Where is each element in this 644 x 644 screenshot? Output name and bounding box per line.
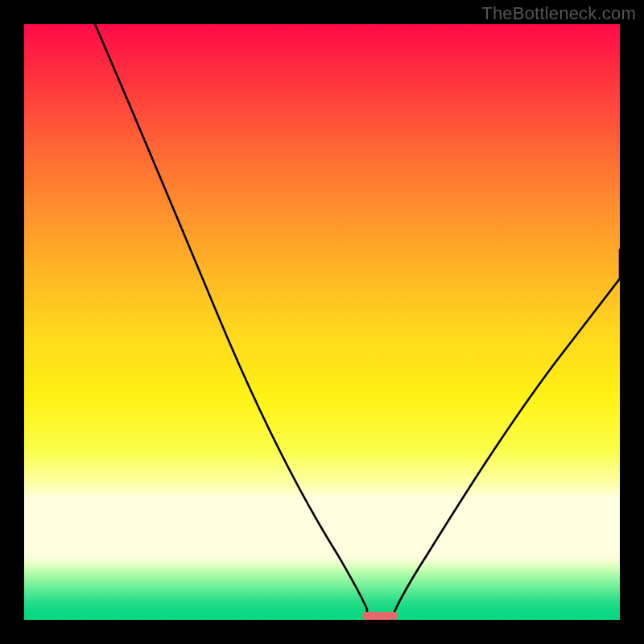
curve-right-branch <box>394 250 620 620</box>
optimum-marker <box>362 612 398 620</box>
curve-left-branch <box>95 24 367 620</box>
attribution-label: TheBottleneck.com <box>481 3 636 24</box>
chart-frame: TheBottleneck.com <box>0 0 644 644</box>
plot-area <box>24 24 620 620</box>
bottleneck-curve <box>24 24 620 620</box>
